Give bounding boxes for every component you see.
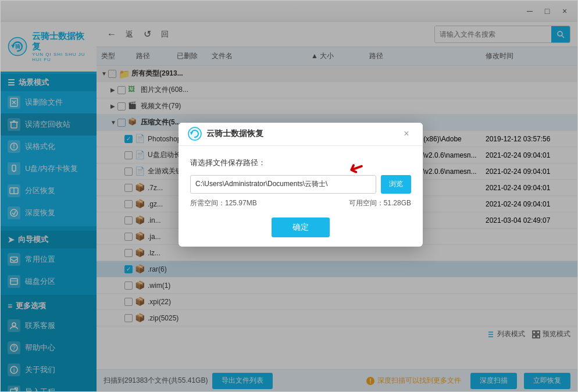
- save-path-dialog: 云骑士数据恢复 × 请选择文件保存路径： 浏览 ➜ 所需空间：125.97MB …: [179, 123, 423, 247]
- browse-button[interactable]: 浏览: [381, 175, 411, 194]
- dialog-overlay: 云骑士数据恢复 × 请选择文件保存路径： 浏览 ➜ 所需空间：125.97MB …: [1, 1, 577, 391]
- dialog-logo-icon: [188, 127, 202, 141]
- dialog-ok-row: 确定: [190, 218, 411, 237]
- dialog-title-bar: 云骑士数据恢复 ×: [179, 123, 423, 146]
- dialog-title: 云骑士数据恢复: [206, 129, 395, 139]
- dialog-close-button[interactable]: ×: [399, 127, 413, 141]
- dialog-path-input[interactable]: [190, 175, 376, 194]
- dialog-path-label: 请选择文件保存路径：: [190, 158, 411, 168]
- space-available: 可用空间：51.28GB: [349, 198, 411, 208]
- dialog-body: 请选择文件保存路径： 浏览 ➜ 所需空间：125.97MB 可用空间：51.28…: [179, 146, 423, 247]
- svg-point-38: [188, 127, 201, 140]
- dialog-space-info: 所需空间：125.97MB 可用空间：51.28GB: [190, 198, 411, 208]
- ok-button[interactable]: 确定: [272, 218, 330, 237]
- space-needed: 所需空间：125.97MB: [190, 198, 257, 208]
- dialog-path-row: 浏览 ➜: [190, 175, 411, 194]
